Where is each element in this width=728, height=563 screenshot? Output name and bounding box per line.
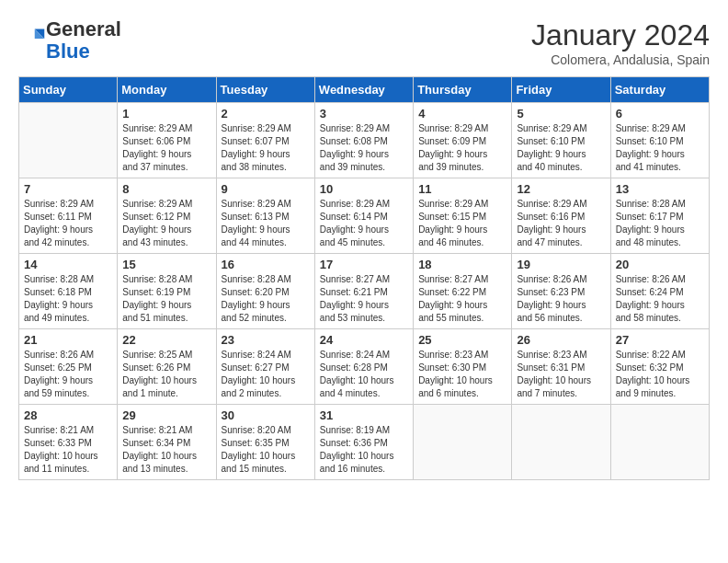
calendar-table: SundayMondayTuesdayWednesdayThursdayFrid… [18, 76, 710, 480]
day-info: Sunrise: 8:29 AMSunset: 6:08 PMDaylight:… [320, 122, 408, 174]
day-info: Sunrise: 8:28 AMSunset: 6:19 PMDaylight:… [122, 273, 210, 325]
day-number: 14 [24, 258, 112, 271]
day-info: Sunrise: 8:26 AMSunset: 6:23 PMDaylight:… [517, 273, 605, 325]
day-number: 28 [24, 408, 112, 422]
day-info: Sunrise: 8:25 AMSunset: 6:26 PMDaylight:… [122, 349, 210, 400]
day-info: Sunrise: 8:29 AMSunset: 6:10 PMDaylight:… [616, 122, 704, 174]
calendar-cell: 12Sunrise: 8:29 AMSunset: 6:16 PMDayligh… [512, 178, 610, 254]
calendar-cell: 5Sunrise: 8:29 AMSunset: 6:10 PMDaylight… [512, 103, 610, 178]
day-number: 8 [122, 182, 210, 196]
day-info: Sunrise: 8:27 AMSunset: 6:22 PMDaylight:… [418, 273, 506, 325]
location-subtitle: Colomera, Andalusia, Spain [531, 52, 710, 67]
day-number: 5 [517, 107, 605, 121]
calendar-cell: 19Sunrise: 8:26 AMSunset: 6:23 PMDayligh… [512, 254, 610, 329]
day-info: Sunrise: 8:24 AMSunset: 6:28 PMDaylight:… [320, 349, 408, 400]
calendar-cell: 23Sunrise: 8:24 AMSunset: 6:27 PMDayligh… [216, 329, 314, 405]
calendar-cell: 1Sunrise: 8:29 AMSunset: 6:06 PMDaylight… [118, 103, 216, 178]
calendar-cell: 2Sunrise: 8:29 AMSunset: 6:07 PMDaylight… [216, 103, 314, 178]
month-title: January 2024 [531, 18, 710, 52]
logo-blue-text: Blue [46, 40, 90, 63]
day-number: 21 [24, 333, 112, 347]
logo-icon [20, 26, 46, 52]
day-number: 25 [418, 333, 506, 347]
day-number: 3 [320, 107, 408, 121]
logo-general-text: General [46, 17, 121, 40]
day-number: 26 [517, 333, 605, 347]
logo: General Blue [18, 18, 121, 63]
calendar-cell: 25Sunrise: 8:23 AMSunset: 6:30 PMDayligh… [414, 329, 512, 405]
day-number: 19 [517, 258, 605, 271]
day-info: Sunrise: 8:21 AMSunset: 6:33 PMDaylight:… [24, 424, 112, 476]
day-number: 16 [222, 258, 310, 271]
day-number: 20 [616, 258, 704, 271]
day-info: Sunrise: 8:27 AMSunset: 6:21 PMDaylight:… [320, 273, 408, 325]
calendar-cell: 13Sunrise: 8:28 AMSunset: 6:17 PMDayligh… [610, 178, 709, 254]
day-number: 30 [222, 408, 310, 422]
col-header-sunday: Sunday [19, 77, 118, 103]
day-number: 15 [122, 258, 210, 271]
calendar-cell: 4Sunrise: 8:29 AMSunset: 6:09 PMDaylight… [414, 103, 512, 178]
calendar-cell: 6Sunrise: 8:29 AMSunset: 6:10 PMDaylight… [610, 103, 709, 178]
calendar-cell: 30Sunrise: 8:20 AMSunset: 6:35 PMDayligh… [216, 405, 314, 480]
day-number: 18 [418, 258, 506, 271]
day-number: 10 [320, 182, 408, 196]
day-info: Sunrise: 8:29 AMSunset: 6:14 PMDaylight:… [320, 198, 408, 249]
day-number: 22 [122, 333, 210, 347]
calendar-cell: 31Sunrise: 8:19 AMSunset: 6:36 PMDayligh… [314, 405, 413, 480]
day-info: Sunrise: 8:29 AMSunset: 6:15 PMDaylight:… [418, 198, 506, 249]
day-info: Sunrise: 8:29 AMSunset: 6:12 PMDaylight:… [122, 198, 210, 249]
col-header-tuesday: Tuesday [216, 77, 314, 103]
day-number: 13 [616, 182, 704, 196]
calendar-cell: 10Sunrise: 8:29 AMSunset: 6:14 PMDayligh… [314, 178, 413, 254]
title-section: January 2024 Colomera, Andalusia, Spain [531, 18, 710, 67]
calendar-cell: 18Sunrise: 8:27 AMSunset: 6:22 PMDayligh… [414, 254, 512, 329]
day-info: Sunrise: 8:22 AMSunset: 6:32 PMDaylight:… [616, 349, 704, 400]
day-info: Sunrise: 8:29 AMSunset: 6:06 PMDaylight:… [122, 122, 210, 174]
day-number: 4 [418, 107, 506, 121]
calendar-cell: 20Sunrise: 8:26 AMSunset: 6:24 PMDayligh… [610, 254, 709, 329]
day-number: 31 [320, 408, 408, 422]
day-info: Sunrise: 8:24 AMSunset: 6:27 PMDaylight:… [222, 349, 310, 400]
day-info: Sunrise: 8:29 AMSunset: 6:10 PMDaylight:… [517, 122, 605, 174]
col-header-saturday: Saturday [610, 77, 709, 103]
day-number: 23 [222, 333, 310, 347]
calendar-cell: 15Sunrise: 8:28 AMSunset: 6:19 PMDayligh… [118, 254, 216, 329]
calendar-cell: 7Sunrise: 8:29 AMSunset: 6:11 PMDaylight… [19, 178, 118, 254]
calendar-cell: 17Sunrise: 8:27 AMSunset: 6:21 PMDayligh… [314, 254, 413, 329]
day-number: 12 [517, 182, 605, 196]
calendar-cell [414, 405, 512, 480]
calendar-cell: 9Sunrise: 8:29 AMSunset: 6:13 PMDaylight… [216, 178, 314, 254]
calendar-cell: 8Sunrise: 8:29 AMSunset: 6:12 PMDaylight… [118, 178, 216, 254]
day-info: Sunrise: 8:23 AMSunset: 6:30 PMDaylight:… [418, 349, 506, 400]
day-info: Sunrise: 8:28 AMSunset: 6:17 PMDaylight:… [616, 198, 704, 249]
day-info: Sunrise: 8:29 AMSunset: 6:16 PMDaylight:… [517, 198, 605, 249]
day-info: Sunrise: 8:29 AMSunset: 6:07 PMDaylight:… [222, 122, 310, 174]
day-number: 7 [24, 182, 112, 196]
calendar-cell: 21Sunrise: 8:26 AMSunset: 6:25 PMDayligh… [19, 329, 118, 405]
day-number: 29 [122, 408, 210, 422]
day-number: 6 [616, 107, 704, 121]
day-number: 27 [616, 333, 704, 347]
day-info: Sunrise: 8:29 AMSunset: 6:09 PMDaylight:… [418, 122, 506, 174]
day-info: Sunrise: 8:21 AMSunset: 6:34 PMDaylight:… [122, 424, 210, 476]
day-info: Sunrise: 8:28 AMSunset: 6:20 PMDaylight:… [222, 273, 310, 325]
day-info: Sunrise: 8:26 AMSunset: 6:25 PMDaylight:… [24, 349, 112, 400]
day-number: 9 [222, 182, 310, 196]
calendar-cell [610, 405, 709, 480]
day-number: 2 [222, 107, 310, 121]
col-header-monday: Monday [118, 77, 216, 103]
calendar-cell: 16Sunrise: 8:28 AMSunset: 6:20 PMDayligh… [216, 254, 314, 329]
day-info: Sunrise: 8:20 AMSunset: 6:35 PMDaylight:… [222, 424, 310, 476]
day-info: Sunrise: 8:29 AMSunset: 6:11 PMDaylight:… [24, 198, 112, 249]
day-number: 11 [418, 182, 506, 196]
day-info: Sunrise: 8:26 AMSunset: 6:24 PMDaylight:… [616, 273, 704, 325]
col-header-friday: Friday [512, 77, 610, 103]
day-info: Sunrise: 8:23 AMSunset: 6:31 PMDaylight:… [517, 349, 605, 400]
calendar-cell: 14Sunrise: 8:28 AMSunset: 6:18 PMDayligh… [19, 254, 118, 329]
calendar-cell: 24Sunrise: 8:24 AMSunset: 6:28 PMDayligh… [314, 329, 413, 405]
day-number: 17 [320, 258, 408, 271]
calendar-cell [512, 405, 610, 480]
calendar-cell: 28Sunrise: 8:21 AMSunset: 6:33 PMDayligh… [19, 405, 118, 480]
day-info: Sunrise: 8:29 AMSunset: 6:13 PMDaylight:… [222, 198, 310, 249]
calendar-cell: 22Sunrise: 8:25 AMSunset: 6:26 PMDayligh… [118, 329, 216, 405]
